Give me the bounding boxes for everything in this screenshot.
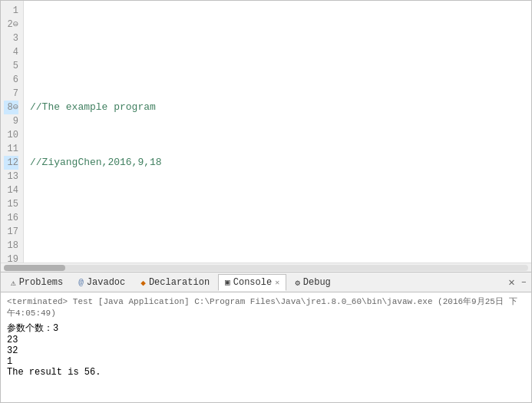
console-header: <terminated> Test [Java Application] C:\… [7,296,525,319]
code-line: //The example program [30,101,525,114]
panel-close-button[interactable]: ✕ [505,276,517,289]
console-close[interactable]: ✕ [275,278,279,287]
tabs-bar: ⚠ Problems @ Javadoc ◆ Declaration ▣ Con… [1,273,531,292]
code-line [30,211,525,225]
horizontal-scrollbar[interactable] [4,265,528,271]
tab-problems-label: Problems [19,277,64,288]
code-line [30,45,525,59]
debug-icon: ⚙ [295,278,300,288]
console-output: <terminated> Test [Java Application] C:\… [1,292,531,402]
tab-problems[interactable]: ⚠ Problems [4,274,70,291]
tab-debug[interactable]: ⚙ Debug [288,274,338,291]
code-content[interactable]: //The example program //ZiyangChen,2016,… [24,1,531,263]
scrollbar-thumb[interactable] [4,265,65,271]
tab-declaration-label: Declaration [149,277,210,288]
editor-area: 1 2⊖ 3 4 5 6 7 8⊖ 9 10 11 12 13 14 15 16… [0,0,532,273]
problems-icon: ⚠ [11,278,16,288]
console-line: 23 [7,335,525,345]
console-line: The result is 56. [7,367,525,378]
javadoc-icon: @ [78,278,84,287]
declaration-icon: ◆ [140,278,146,288]
tab-console[interactable]: ▣ Console ✕ [218,274,286,291]
tab-debug-label: Debug [303,277,331,288]
line-numbers: 1 2⊖ 3 4 5 6 7 8⊖ 9 10 11 12 13 14 15 16… [1,1,24,263]
tab-javadoc[interactable]: @ Javadoc [71,274,132,291]
panel-minimize-button[interactable]: – [520,277,528,288]
tab-declaration[interactable]: ◆ Declaration [134,274,216,291]
console-line: 32 [7,345,525,356]
console-line: 参数个数：3 [7,322,525,335]
console-line: 1 [7,356,525,367]
code-line: //ZiyangChen,2016,9,18 [30,156,525,170]
tab-console-label: Console [233,277,272,288]
editor-scrollbar[interactable] [1,263,531,272]
bottom-panel: ⚠ Problems @ Javadoc ◆ Declaration ▣ Con… [0,273,532,403]
code-container: 1 2⊖ 3 4 5 6 7 8⊖ 9 10 11 12 13 14 15 16… [1,1,531,263]
tab-javadoc-label: Javadoc [87,277,125,288]
console-icon: ▣ [225,277,230,287]
